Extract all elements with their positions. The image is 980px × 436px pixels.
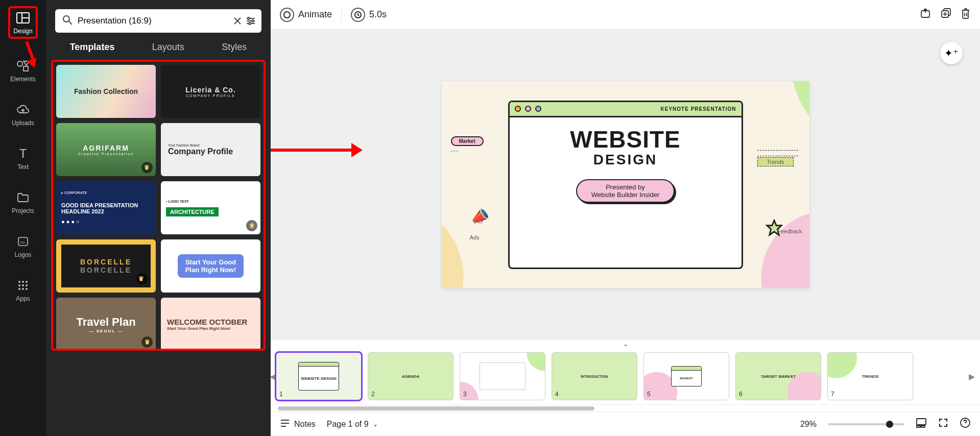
pages-collapse-toggle[interactable]: ⌄ <box>271 339 980 348</box>
layout-icon <box>15 11 31 25</box>
svg-point-24 <box>248 17 250 19</box>
delete-page-icon[interactable] <box>961 8 971 21</box>
page-thumb-4[interactable]: INTRODUCTION4 <box>552 352 637 400</box>
slide-presented-pill[interactable]: Presented by Website Builder Insider <box>576 179 675 203</box>
template-thumb[interactable]: ▪ LOGO TEXTARCHITECTURE♛ <box>161 181 260 234</box>
slide-canvas[interactable]: Market 📣 Ads Trends Feedback KEYNOTE PRE… <box>442 81 809 288</box>
page-number: 5 <box>647 391 651 398</box>
filter-icon[interactable] <box>244 14 257 28</box>
tab-layouts[interactable]: Layouts <box>152 42 184 53</box>
clear-search-icon[interactable] <box>231 14 244 28</box>
notes-label: Notes <box>294 420 316 429</box>
page-number: 1 <box>279 391 283 398</box>
nav-apps[interactable]: Apps <box>15 279 31 302</box>
help-icon[interactable] <box>960 417 971 431</box>
nav-apps-label: Apps <box>16 295 30 302</box>
canvas-area[interactable]: ✦⁺ Market 📣 Ads Trends Feedback KEYNOTE … <box>271 30 980 339</box>
svg-point-3 <box>17 61 22 66</box>
nav-text-label: Text <box>17 163 29 171</box>
apps-grid-icon <box>15 279 31 292</box>
design-panel: Templates Layouts Styles Fashion Collect… <box>46 0 271 436</box>
nav-text[interactable]: T Text <box>15 147 31 171</box>
traffic-dot-icon <box>535 106 541 112</box>
grid-view-icon[interactable] <box>916 418 927 430</box>
cloud-upload-icon <box>15 103 31 116</box>
megaphone-icon[interactable]: 📣 <box>468 205 491 227</box>
notes-icon <box>280 419 290 430</box>
svg-point-13 <box>26 284 28 286</box>
slide-subtitle[interactable]: DESIGN <box>517 152 734 168</box>
nav-projects[interactable]: Projects <box>12 191 34 214</box>
tab-templates[interactable]: Templates <box>70 42 115 53</box>
page-thumb-3[interactable]: 3 <box>460 352 545 400</box>
svg-text:co.: co. <box>20 240 26 245</box>
svg-point-10 <box>26 281 28 283</box>
template-thumb[interactable]: WELCOME OCTOBERStart Your Good Plan Righ… <box>161 298 260 351</box>
clock-icon <box>351 8 365 22</box>
traffic-dot-icon <box>525 106 531 112</box>
search-input[interactable] <box>78 16 231 26</box>
pages-scroll-left[interactable]: ◀ <box>271 372 276 381</box>
page-number: 4 <box>555 391 559 398</box>
nav-elements[interactable]: Elements <box>10 59 36 83</box>
page-thumb-2[interactable]: AGENDA2 <box>368 352 453 400</box>
page-number: 7 <box>831 391 834 398</box>
svg-point-12 <box>22 284 24 286</box>
pages-strip: ◀ WEBSITE DESIGN 1 AGENDA2 3 INTRODUCTIO… <box>271 348 980 404</box>
page-indicator[interactable]: Page 1 of 9 ⌄ <box>327 420 378 429</box>
template-search[interactable] <box>55 9 261 33</box>
slide-ads-label[interactable]: Ads <box>470 234 480 240</box>
nav-design[interactable]: Design <box>13 11 32 35</box>
svg-marker-5 <box>23 61 29 65</box>
slide-feedback-label[interactable]: Feedback <box>777 228 802 234</box>
svg-point-16 <box>26 288 28 290</box>
slide-market-badge[interactable]: Market <box>451 136 484 154</box>
premium-icon: ♛ <box>246 220 257 231</box>
animate-label: Animate <box>298 9 332 20</box>
share-export-icon[interactable] <box>920 8 931 21</box>
nav-design-label: Design <box>13 28 32 35</box>
notes-button[interactable]: Notes <box>280 419 316 430</box>
page-thumb-1[interactable]: WEBSITE DESIGN 1 <box>276 352 362 400</box>
nav-uploads-label: Uploads <box>12 119 34 127</box>
svg-point-25 <box>252 20 254 22</box>
tab-styles[interactable]: Styles <box>222 42 247 53</box>
svg-point-15 <box>22 288 24 290</box>
svg-point-14 <box>18 288 20 290</box>
search-icon <box>62 15 73 27</box>
animate-button[interactable]: Animate <box>280 8 332 22</box>
slide-trends-label[interactable]: Trends <box>757 150 798 166</box>
page-thumb-6[interactable]: TARGET MARKET6 <box>735 352 821 400</box>
nav-uploads[interactable]: Uploads <box>12 103 34 127</box>
template-thumb[interactable]: Fashion Collection <box>56 65 156 118</box>
zoom-value[interactable]: 29% <box>800 420 817 429</box>
template-thumb[interactable]: Start Your Good Plan Right Now! <box>161 239 260 293</box>
slide-title[interactable]: WEBSITE <box>517 129 734 151</box>
pages-scroll-right[interactable]: ▶ <box>969 372 975 381</box>
fullscreen-icon[interactable] <box>938 418 948 430</box>
template-thumb[interactable]: Travel Plan— SEOUL —♛ <box>56 298 156 351</box>
nav-logos[interactable]: co. Logos <box>15 235 32 258</box>
pages-scrollbar[interactable] <box>271 404 980 411</box>
template-thumb[interactable]: Your Fashion BrandCompany Profile <box>161 123 260 176</box>
magic-button[interactable]: ✦⁺ <box>940 42 963 64</box>
slide-window[interactable]: KEYNOTE PRESENTATION WEBSITE DESIGN Pres… <box>508 101 743 269</box>
premium-icon: ♛ <box>141 162 153 173</box>
svg-point-9 <box>22 281 24 283</box>
svg-line-18 <box>69 21 72 25</box>
zoom-slider[interactable] <box>828 423 904 425</box>
page-thumb-7[interactable]: TRENDS7 <box>827 352 913 400</box>
editor-footer: Notes Page 1 of 9 ⌄ 29% <box>271 411 980 436</box>
template-thumb[interactable]: ▸ CORPORATEGOOD IDEA PRESENTATION HEADLI… <box>56 181 156 234</box>
template-thumb[interactable]: Liceria & Co.COMPANY PROFILE <box>161 65 260 118</box>
page-thumb-5[interactable]: MARKET5 <box>643 352 729 400</box>
template-thumb[interactable]: AGRIFARMCreative Presentation♛ <box>56 123 156 176</box>
duplicate-page-icon[interactable] <box>940 8 951 21</box>
page-number: 6 <box>739 391 743 398</box>
folder-icon <box>15 191 31 204</box>
premium-icon: ♛ <box>141 336 153 348</box>
template-thumb[interactable]: BORCELLEBORCELLE♛ <box>56 239 156 293</box>
toolbar-separator <box>341 7 342 22</box>
logo-icon: co. <box>15 235 31 248</box>
duration-button[interactable]: 5.0s <box>351 8 387 22</box>
